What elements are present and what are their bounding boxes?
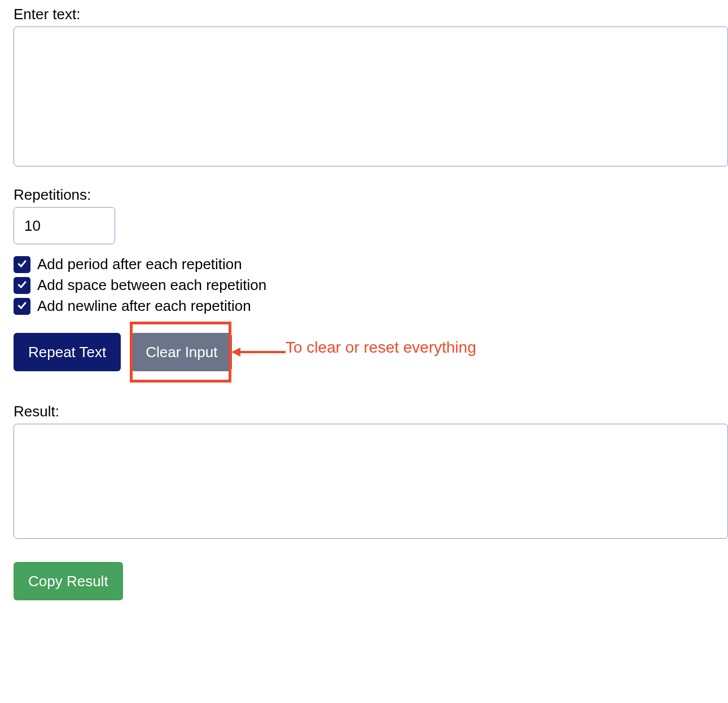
result-label: Result:: [14, 403, 728, 420]
repeat-text-button[interactable]: Repeat Text: [14, 333, 121, 371]
annotation-arrow-icon: [231, 345, 286, 359]
repetitions-label: Repetitions:: [14, 186, 728, 204]
checkbox-period-label: Add period after each repetition: [37, 256, 242, 273]
checkbox-space-label: Add space between each repetition: [37, 276, 266, 294]
checkbox-space[interactable]: [14, 277, 30, 294]
check-icon: [16, 276, 28, 294]
check-icon: [16, 297, 28, 315]
repetitions-input[interactable]: [14, 207, 115, 244]
copy-result-button[interactable]: Copy Result: [14, 562, 123, 600]
button-row: Repeat Text Clear Input To clear or rese…: [14, 333, 728, 371]
checkbox-newline-label: Add newline after each repetition: [37, 297, 251, 315]
clear-input-button[interactable]: Clear Input: [131, 333, 232, 371]
annotation-text: To clear or reset everything: [286, 339, 476, 357]
checkbox-newline[interactable]: [14, 298, 30, 315]
svg-marker-1: [231, 348, 240, 357]
enter-text-label: Enter text:: [14, 6, 728, 23]
enter-text-textarea[interactable]: [14, 27, 728, 166]
checkbox-period[interactable]: [14, 256, 30, 273]
result-textarea[interactable]: [14, 424, 728, 539]
check-icon: [16, 256, 28, 273]
